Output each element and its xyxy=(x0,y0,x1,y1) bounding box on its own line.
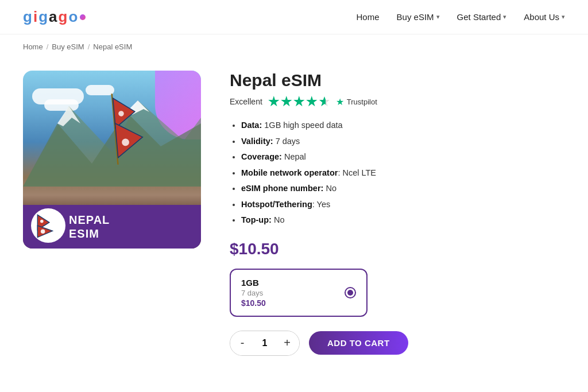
breadcrumb-home[interactable]: Home xyxy=(23,42,43,51)
trustpilot-label: Excellent xyxy=(230,97,262,106)
plan-price: $10.50 xyxy=(241,298,266,308)
quantity-control: - + xyxy=(230,331,300,356)
chevron-down-icon: ▾ xyxy=(436,13,440,21)
star-half xyxy=(319,96,330,107)
chevron-down-icon: ▾ xyxy=(503,13,506,21)
list-item: Hotspot/Tethering: Yes xyxy=(241,197,565,213)
star-3 xyxy=(293,96,305,107)
chevron-down-icon: ▾ xyxy=(562,13,565,21)
breadcrumb-buy-esim[interactable]: Buy eSIM xyxy=(52,42,84,51)
svg-point-17 xyxy=(41,230,45,234)
trustpilot-brand: ★ Trustpilot xyxy=(336,96,377,107)
product-image: NEPAL ESIM xyxy=(23,71,201,249)
star-2 xyxy=(281,96,292,107)
star-1 xyxy=(268,96,280,107)
logo[interactable]: gigago xyxy=(23,8,86,26)
svg-marker-5 xyxy=(113,96,136,128)
svg-marker-18 xyxy=(319,96,330,106)
list-item: Mobile network operator: Ncel LTE xyxy=(241,165,565,181)
list-item: Top-up: No xyxy=(241,212,565,228)
nepal-flag-circle xyxy=(31,208,65,243)
quantity-increase-button[interactable]: + xyxy=(275,331,299,355)
star-rating xyxy=(268,96,330,107)
product-page: NEPAL ESIM Nepal eSIM xyxy=(0,59,588,379)
nav-home[interactable]: Home xyxy=(357,12,380,22)
cart-row: - + ADD TO CART xyxy=(230,331,565,356)
list-item: Data: 1GB high speed data xyxy=(241,118,565,134)
trustpilot-brand-name: Trustpilot xyxy=(347,98,377,106)
star-4 xyxy=(306,96,318,107)
svg-point-11 xyxy=(32,209,64,242)
svg-point-16 xyxy=(40,220,44,223)
banner-text: NEPAL ESIM xyxy=(69,213,192,240)
product-title: Nepal eSIM xyxy=(230,71,565,90)
nav-about-us[interactable]: About Us ▾ xyxy=(524,12,565,22)
nav-get-started[interactable]: Get Started ▾ xyxy=(457,12,507,22)
plan-days: 7 days xyxy=(241,289,266,297)
logo-dot xyxy=(80,14,86,20)
nav-buy-esim[interactable]: Buy eSIM ▾ xyxy=(397,12,440,22)
product-info: Nepal eSIM Excellent xyxy=(230,71,565,356)
trustpilot-star-icon: ★ xyxy=(336,96,344,107)
breadcrumb-separator: / xyxy=(88,42,90,51)
product-price: $10.50 xyxy=(230,240,565,258)
list-item: Coverage: Nepal xyxy=(241,149,565,165)
breadcrumb-current: Nepal eSIM xyxy=(93,42,132,51)
plan-radio-button[interactable] xyxy=(345,287,356,298)
plan-card[interactable]: 1GB 7 days $10.50 xyxy=(230,269,368,317)
quantity-decrease-button[interactable]: - xyxy=(230,331,254,355)
quantity-input[interactable] xyxy=(254,338,275,348)
nepal-flag-illustration xyxy=(102,90,154,168)
header: gigago Home Buy eSIM ▾ Get Started ▾ Abo… xyxy=(0,0,588,34)
plan-name: 1GB xyxy=(241,278,266,288)
trustpilot-row: Excellent xyxy=(230,96,565,107)
features-list: Data: 1GB high speed data Validity: 7 da… xyxy=(230,118,565,228)
main-nav: Home Buy eSIM ▾ Get Started ▾ About Us ▾ xyxy=(357,12,565,22)
plan-info: 1GB 7 days $10.50 xyxy=(241,278,266,308)
breadcrumb: Home / Buy eSIM / Nepal eSIM xyxy=(0,34,588,59)
add-to-cart-button[interactable]: ADD TO CART xyxy=(309,331,408,355)
radio-selected-indicator xyxy=(347,290,353,296)
list-item: Validity: 7 days xyxy=(241,134,565,150)
breadcrumb-separator: / xyxy=(47,42,49,51)
list-item: eSIM phone number: No xyxy=(241,181,565,197)
